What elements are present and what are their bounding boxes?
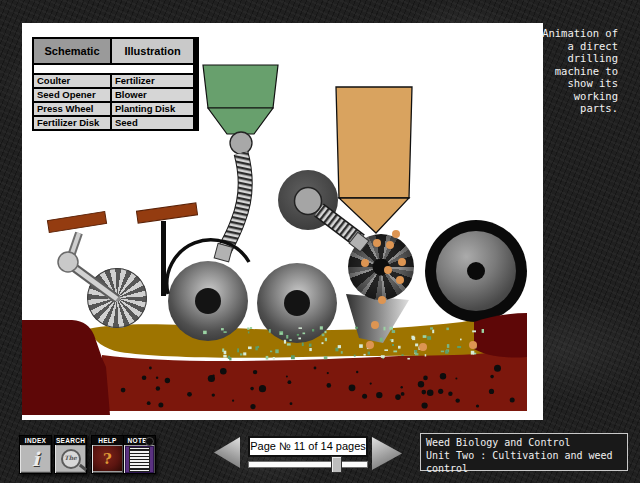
- press-wheel: [425, 220, 527, 322]
- press-wheel-hub-disc: [436, 231, 516, 311]
- caption-text: Animation of a direct drilling machine t…: [540, 27, 618, 115]
- coulter-arm-joint: [58, 252, 78, 272]
- notes-led-icon: [145, 437, 154, 446]
- planting-disk: [348, 234, 414, 300]
- legend-header-schematic[interactable]: Schematic: [34, 39, 110, 63]
- coulter-handle: [47, 212, 106, 259]
- sown-seed-specks: [203, 326, 484, 360]
- legend-header-illustration[interactable]: Illustration: [112, 39, 193, 63]
- index-button-label: INDEX: [20, 436, 51, 445]
- index-button[interactable]: INDEX i: [19, 435, 52, 474]
- frame-pole: [161, 221, 166, 296]
- seed-tube-nozzle: [214, 243, 232, 261]
- legend-cell: Seed Opener: [34, 89, 110, 101]
- legend-cell: Press Wheel: [34, 103, 110, 115]
- legend-cell: Fertilizer Disk: [34, 117, 110, 129]
- seed-hopper: [203, 65, 278, 154]
- help-button[interactable]: HELP ?: [91, 435, 124, 474]
- seed-tube: [224, 153, 245, 251]
- magnifier-icon: The: [61, 449, 81, 469]
- legend-spacer-row: [34, 65, 193, 73]
- help-button-label: HELP: [92, 436, 123, 445]
- page-slider-thumb[interactable]: [331, 456, 342, 473]
- notes-button[interactable]: NOTES: [123, 435, 156, 474]
- page-indicator: Page № 11 of 14 pages: [248, 436, 368, 457]
- unit-title: Unit Two : Cultivation and weed control: [426, 449, 622, 475]
- delivery-chute: [346, 294, 409, 343]
- fertilizer-hopper: [336, 87, 412, 233]
- legend-cell: Planting Disk: [112, 103, 193, 115]
- seed-tube-outline: [224, 153, 245, 251]
- parts-legend-table: Schematic Illustration Coulter Fertilize…: [32, 37, 199, 131]
- previous-page-arrow[interactable]: [214, 437, 240, 468]
- question-mark-icon: ?: [103, 450, 112, 468]
- next-page-arrow[interactable]: [372, 437, 402, 470]
- blower: [278, 170, 360, 241]
- legend-cell: Fertilizer: [112, 75, 193, 87]
- seed-opener-disk: [168, 261, 248, 341]
- legend-cell: Seed: [112, 117, 193, 129]
- search-button-label: SEARCH: [55, 436, 86, 445]
- illustration-canvas: Schematic Illustration Coulter Fertilize…: [22, 23, 543, 420]
- legend-cell: Coulter: [34, 75, 110, 87]
- notes-paper-icon: [129, 447, 150, 472]
- italic-i-icon: i: [32, 448, 39, 470]
- seed-opener-disk: [257, 263, 337, 343]
- coulter-wheel: [87, 268, 147, 328]
- legend-cell: Blower: [112, 89, 193, 101]
- subsoil-specks: [121, 365, 515, 410]
- page-slider-track[interactable]: [248, 461, 368, 468]
- magnifier-handle: [78, 463, 86, 470]
- course-info-box: Weed Biology and Control Unit Two : Cult…: [420, 433, 628, 471]
- course-title: Weed Biology and Control: [426, 436, 622, 449]
- search-button[interactable]: SEARCH The: [54, 435, 87, 474]
- tube-coupler: [230, 132, 252, 154]
